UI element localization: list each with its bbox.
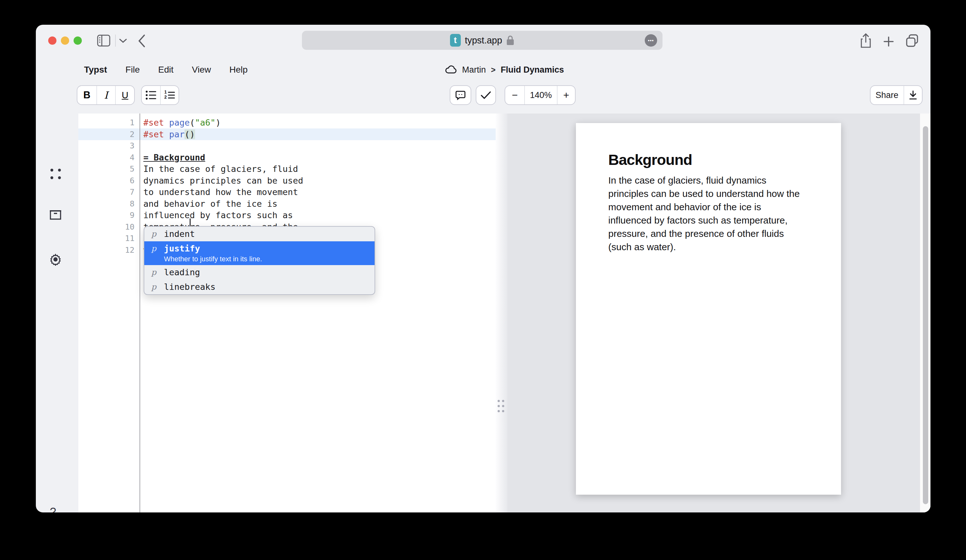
menu-item-file[interactable]: File: [126, 65, 140, 75]
zoom-level[interactable]: 140%: [524, 86, 557, 104]
url-text: typst.app: [465, 35, 502, 46]
underline-button[interactable]: U: [115, 86, 134, 104]
code-editor[interactable]: 123456789101112 #set page("a6")#set par(…: [78, 113, 496, 512]
autocomplete-label: leading: [164, 267, 200, 278]
italic-button[interactable]: I: [97, 86, 115, 104]
sidebar-toggle-icon[interactable]: [97, 34, 111, 47]
menu-item-edit[interactable]: Edit: [158, 65, 174, 75]
line-number: 3: [78, 140, 135, 151]
autocomplete-item-justify[interactable]: pjustifyWhether to justify text in its l…: [144, 241, 375, 265]
parameter-icon: p: [151, 228, 164, 240]
files-tray-icon[interactable]: [49, 210, 62, 220]
list-button-group: 1 2: [141, 85, 179, 105]
preview-body-line: principles can be used to understand how…: [608, 187, 824, 200]
breadcrumb-project[interactable]: Martin: [462, 65, 486, 75]
minimize-window-button[interactable]: [61, 36, 69, 45]
line-number: 12: [78, 244, 135, 256]
tab-overview-icon[interactable]: [905, 34, 919, 48]
bullet-list-button[interactable]: [142, 86, 160, 104]
chevron-down-icon[interactable]: [119, 38, 127, 43]
cloud-icon: [445, 65, 457, 74]
comments-button[interactable]: [450, 85, 471, 105]
format-button-group: BIU: [77, 85, 135, 105]
code-line[interactable]: #set page("a6"): [143, 117, 221, 128]
download-icon: [909, 90, 917, 100]
resizer-handle-icon: [498, 400, 504, 413]
u-glyph: U: [122, 90, 128, 100]
code-line[interactable]: to understand how the movement: [143, 186, 298, 198]
page-settings-button[interactable]: •••: [645, 34, 657, 47]
numbered-list-button[interactable]: 1 2: [160, 86, 179, 104]
bold-button[interactable]: B: [77, 86, 97, 104]
code-line[interactable]: = Background: [143, 151, 205, 163]
autocomplete-label: justify: [164, 243, 262, 254]
line-number: 9: [78, 209, 135, 221]
preview-scrollbar-track[interactable]: [920, 113, 930, 512]
app-grid-icon[interactable]: [51, 169, 61, 179]
i-glyph: I: [104, 89, 108, 101]
autocomplete-item-indent[interactable]: pindent: [144, 227, 375, 241]
lock-icon: [506, 35, 514, 46]
compile-status-button[interactable]: [476, 85, 496, 105]
line-number: 7: [78, 186, 135, 198]
code-line[interactable]: In the case of glaciers, fluid: [143, 163, 298, 175]
preview-pane: Background In the case of glaciers, flui…: [508, 113, 930, 512]
line-number: 1: [78, 117, 135, 128]
menu-item-help[interactable]: Help: [229, 65, 248, 75]
back-button-icon[interactable]: [137, 34, 146, 48]
line-number: 8: [78, 198, 135, 210]
new-tab-icon[interactable]: [883, 36, 894, 47]
menu-item-typst[interactable]: Typst: [84, 65, 107, 75]
site-favicon: t: [450, 34, 461, 47]
pane-resizer[interactable]: [496, 113, 508, 512]
autocomplete-item-linebreaks[interactable]: plinebreaks: [144, 280, 375, 294]
autocomplete-label: indent: [164, 228, 195, 240]
line-number: 5: [78, 163, 135, 175]
code-line[interactable]: dynamics principles can be used: [143, 175, 303, 186]
settings-gear-icon[interactable]: [49, 253, 62, 266]
preview-page: Background In the case of glaciers, flui…: [576, 123, 841, 495]
preview-body-line: (such as water).: [608, 240, 824, 254]
app-menubar: TypstFileEditViewHelp: [84, 63, 248, 77]
breadcrumb-document-title[interactable]: Fluid Dynamics: [501, 65, 564, 75]
autocomplete-item-leading[interactable]: pleading: [144, 265, 375, 280]
app-sidebar: ? typst: [36, 113, 78, 512]
line-number: 6: [78, 175, 135, 186]
help-button[interactable]: ?: [50, 506, 56, 512]
code-line[interactable]: influenced by factors such as: [143, 209, 293, 221]
share-button-group: Share: [870, 85, 923, 105]
download-button[interactable]: [904, 86, 922, 104]
parameter-icon: p: [151, 243, 164, 254]
zoom-in-button[interactable]: +: [557, 86, 575, 104]
close-window-button[interactable]: [48, 36, 56, 45]
preview-body-line: pressure, and the presence of other flui…: [608, 227, 824, 240]
comment-icon: [455, 90, 465, 100]
titlebar-divider: [115, 34, 116, 47]
check-icon: [480, 91, 491, 100]
active-line-highlight: [78, 128, 496, 140]
preview-body-line: In the case of glaciers, fluid dynamics: [608, 174, 824, 187]
breadcrumb-separator: >: [491, 65, 496, 74]
zoom-out-button[interactable]: −: [505, 86, 524, 104]
address-bar[interactable]: t typst.app: [302, 31, 662, 50]
preview-heading: Background: [608, 151, 692, 168]
line-number: 4: [78, 151, 135, 163]
autocomplete-description: Whether to justify text in its line.: [164, 255, 262, 263]
preview-body-text: In the case of glaciers, fluid dynamicsp…: [608, 174, 824, 254]
preview-scrollbar-thumb[interactable]: [923, 126, 928, 504]
svg-text:1: 1: [164, 90, 167, 95]
share-button[interactable]: Share: [871, 86, 904, 104]
breadcrumb: Martin > Fluid Dynamics: [445, 63, 564, 77]
svg-text:2: 2: [164, 95, 167, 100]
zoom-control-group: − 140% +: [504, 85, 576, 105]
menu-item-view[interactable]: View: [192, 65, 211, 75]
b-glyph: B: [84, 89, 90, 101]
autocomplete-label: linebreaks: [164, 282, 216, 292]
code-line[interactable]: #set par(): [143, 128, 195, 140]
gutter-divider: [140, 113, 140, 512]
zoom-window-button[interactable]: [74, 36, 82, 45]
line-number: 11: [78, 232, 135, 244]
line-number: 10: [78, 221, 135, 233]
code-line[interactable]: and behavior of the ice is: [143, 198, 278, 210]
share-page-icon[interactable]: [860, 33, 872, 49]
